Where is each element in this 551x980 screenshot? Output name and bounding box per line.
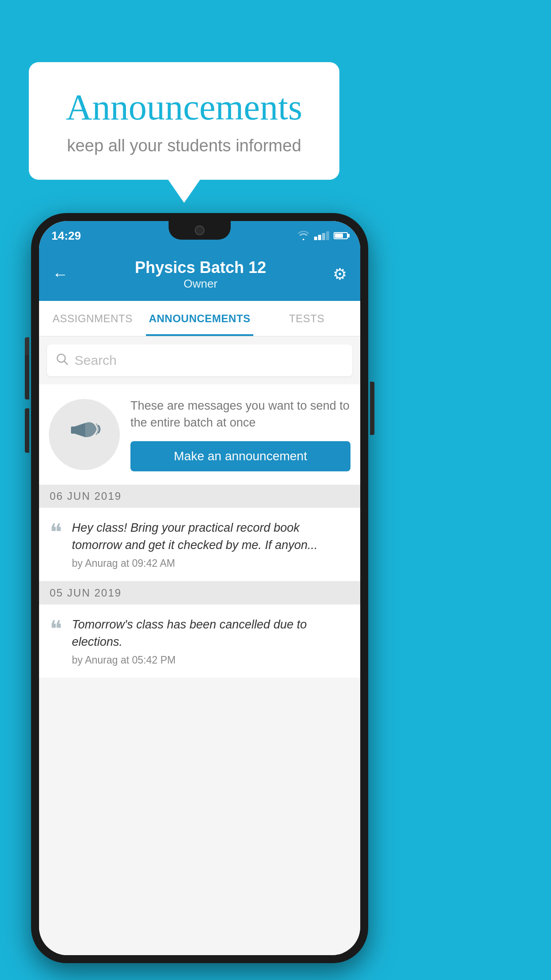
phone-screen: 14:29 xyxy=(39,221,360,955)
svg-rect-2 xyxy=(71,427,75,434)
tab-tests[interactable]: TESTS xyxy=(253,301,360,336)
status-time: 14:29 xyxy=(51,229,81,243)
header-title: Physics Batch 12 xyxy=(135,258,266,277)
megaphone-circle xyxy=(49,399,120,470)
tab-assignments[interactable]: ASSIGNMENTS xyxy=(39,301,146,336)
svg-line-1 xyxy=(64,361,67,364)
announcement-item-2[interactable]: ❝ Tomorrow's class has been cancelled du… xyxy=(39,605,360,678)
header-subtitle: Owner xyxy=(135,277,266,291)
phone-notch xyxy=(169,221,231,240)
tabs-bar: ASSIGNMENTS ANNOUNCEMENTS TESTS xyxy=(39,301,360,336)
status-icons xyxy=(297,231,348,241)
prompt-description: These are messages you want to send to t… xyxy=(130,398,350,431)
back-button[interactable]: ← xyxy=(52,265,68,284)
tab-announcements[interactable]: ANNOUNCEMENTS xyxy=(146,301,253,336)
megaphone-icon xyxy=(67,413,102,456)
battery-icon xyxy=(334,232,348,239)
app-header: ← Physics Batch 12 Owner ⚙ xyxy=(39,248,360,301)
search-icon xyxy=(56,353,68,368)
quote-icon-2: ❝ xyxy=(50,618,62,641)
volume-up-button xyxy=(25,355,29,399)
phone-wrapper: 14:29 xyxy=(31,213,368,963)
quote-icon-1: ❝ xyxy=(50,521,62,544)
gear-icon[interactable]: ⚙ xyxy=(333,265,347,284)
announcement-meta-1: by Anurag at 09:42 AM xyxy=(72,557,350,569)
speech-bubble: Announcements keep all your students inf… xyxy=(29,62,339,180)
announcement-prompt: These are messages you want to send to t… xyxy=(39,384,360,485)
date-divider-2: 05 JUN 2019 xyxy=(39,581,360,605)
signal-icon xyxy=(314,231,329,240)
search-placeholder: Search xyxy=(75,353,117,368)
wifi-icon xyxy=(297,231,310,241)
announcement-text-1: Hey class! Bring your practical record b… xyxy=(72,519,350,554)
announcement-content-1: Hey class! Bring your practical record b… xyxy=(72,519,350,569)
bubble-title: Announcements xyxy=(55,87,313,128)
prompt-right: These are messages you want to send to t… xyxy=(130,398,350,471)
bubble-subtitle: keep all your students informed xyxy=(55,136,313,155)
camera xyxy=(195,225,205,235)
speech-bubble-container: Announcements keep all your students inf… xyxy=(29,62,339,180)
announcement-meta-2: by Anurag at 05:42 PM xyxy=(72,654,350,666)
announcement-content-2: Tomorrow's class has been cancelled due … xyxy=(72,616,350,666)
volume-down-button xyxy=(25,408,29,453)
phone-outer: 14:29 xyxy=(31,213,368,963)
content-area: Search xyxy=(39,336,360,955)
make-announcement-button[interactable]: Make an announcement xyxy=(130,441,350,471)
search-bar[interactable]: Search xyxy=(47,344,352,376)
header-center: Physics Batch 12 Owner xyxy=(135,258,266,291)
date-divider-1: 06 JUN 2019 xyxy=(39,485,360,508)
announcement-item-1[interactable]: ❝ Hey class! Bring your practical record… xyxy=(39,508,360,581)
announcement-text-2: Tomorrow's class has been cancelled due … xyxy=(72,616,350,651)
power-button xyxy=(370,382,374,435)
